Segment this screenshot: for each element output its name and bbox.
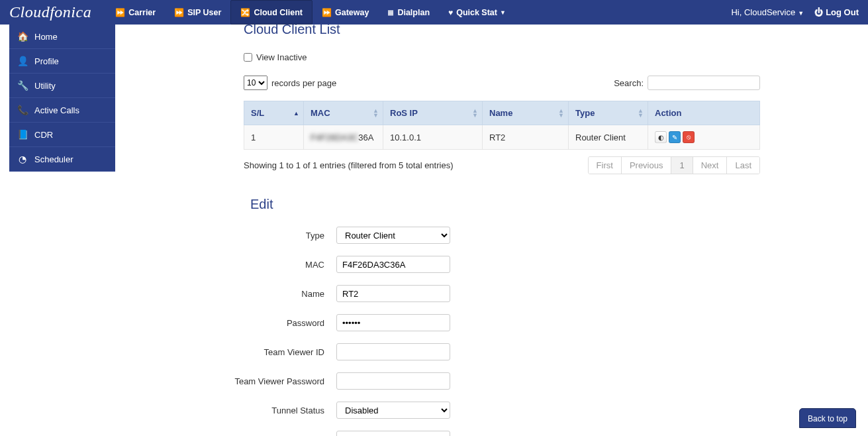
col-label: MAC <box>311 108 330 118</box>
table-header-row: S/L ▲ MAC ▲▼ RoS IP ▲▼ Name ▲▼ Type ▲▼ <box>244 101 760 125</box>
greeting-text: Hi, CloudService <box>731 7 795 17</box>
top-navbar: Cloudfonica ⏩ Carrier ⏩ SIP User 🔀 Cloud… <box>0 0 868 25</box>
mac-blurred: F4F26DA3C <box>311 133 358 142</box>
forward-icon: ⏩ <box>174 8 184 17</box>
view-inactive-checkbox[interactable]: View Inactive <box>244 52 855 62</box>
pager-previous[interactable]: Previous <box>621 157 671 174</box>
col-label: S/L <box>251 108 264 118</box>
nav-label: Gateway <box>335 8 369 17</box>
col-label: RoS IP <box>390 108 418 118</box>
row-tv-id: Team Viewer ID <box>138 343 855 360</box>
pager-next[interactable]: Next <box>693 157 727 174</box>
label-tunnel-status: Tunnel Status <box>138 406 336 415</box>
sidebar-item-scheduler[interactable]: ◔ Scheduler <box>9 147 115 172</box>
sidebar-item-cdr[interactable]: 📘 CDR <box>9 123 115 147</box>
nav-dialplan[interactable]: ≣ Dialplan <box>378 0 439 25</box>
sidebar-item-home[interactable]: 🏠 Home <box>9 25 115 49</box>
delete-button[interactable]: ⦸ <box>683 131 695 143</box>
pager-first[interactable]: First <box>589 157 621 174</box>
sidebar-item-label: Active Calls <box>34 105 79 115</box>
user-icon: 👤 <box>17 56 28 66</box>
wrench-icon: 🔧 <box>17 80 28 91</box>
shuffle-icon: 🔀 <box>240 8 250 17</box>
col-ros-ip[interactable]: RoS IP ▲▼ <box>383 101 483 125</box>
edit-title: Edit <box>250 197 855 212</box>
view-button[interactable]: ◐ <box>655 131 667 143</box>
col-label: Action <box>655 108 681 118</box>
brand-logo[interactable]: Cloudfonica <box>9 3 91 21</box>
cell-ros-ip: 10.1.0.1 <box>383 125 483 150</box>
heart-icon: ♥ <box>448 8 453 17</box>
search-label: Search: <box>614 78 644 88</box>
table-footer: Showing 1 to 1 of 1 entries (filtered fr… <box>244 156 760 174</box>
col-sl[interactable]: S/L ▲ <box>244 101 304 125</box>
row-password: Password <box>138 314 855 331</box>
tunnel-status-select[interactable]: Disabled <box>336 402 450 419</box>
sidebar-item-profile[interactable]: 👤 Profile <box>9 49 115 74</box>
sidebar-item-label: CDR <box>34 130 53 140</box>
password-input[interactable] <box>336 314 450 331</box>
search-input[interactable] <box>648 76 760 90</box>
nav-right: Hi, CloudService▼ ⏻ Log Out <box>731 7 859 17</box>
edit-form: Type Router Client MAC Name Password Tea… <box>138 227 855 436</box>
sidebar-item-label: Home <box>34 32 58 42</box>
user-menu[interactable]: Hi, CloudService▼ <box>731 7 804 17</box>
view-inactive-row: View Inactive <box>244 52 855 62</box>
nav-cloud-client[interactable]: 🔀 Cloud Client <box>230 0 313 25</box>
nav-sip-user[interactable]: ⏩ SIP User <box>165 0 230 25</box>
view-inactive-input[interactable] <box>244 53 252 62</box>
pagination: First Previous 1 Next Last <box>588 156 760 174</box>
side-nav: 🏠 Home 👤 Profile 🔧 Utility 📞 Active Call… <box>9 25 115 172</box>
sidebar-item-active-calls[interactable]: 📞 Active Calls <box>9 98 115 123</box>
cloud-client-table: S/L ▲ MAC ▲▼ RoS IP ▲▼ Name ▲▼ Type ▲▼ <box>244 101 760 150</box>
cell-sl: 1 <box>244 125 304 150</box>
main-content: Cloud Client List View Inactive 10 recor… <box>124 22 868 436</box>
pager-last[interactable]: Last <box>726 157 759 174</box>
sort-icon: ▲▼ <box>558 109 564 118</box>
list-icon: ≣ <box>387 8 394 17</box>
row-tunnel-port: Tunnel Port 53 <box>138 431 855 436</box>
col-label: Type <box>575 108 595 118</box>
col-mac[interactable]: MAC ▲▼ <box>304 101 383 125</box>
records-per-page-select[interactable]: 10 <box>244 76 267 90</box>
nav-gateway[interactable]: ⏩ Gateway <box>313 0 378 25</box>
row-type: Type Router Client <box>138 227 855 244</box>
mac-input[interactable] <box>336 256 450 273</box>
label-mac: MAC <box>138 260 336 270</box>
ban-icon: ⦸ <box>687 133 691 141</box>
edit-button[interactable]: ✎ <box>669 131 681 143</box>
home-icon: 🏠 <box>17 31 28 42</box>
pager-page-1[interactable]: 1 <box>671 157 692 174</box>
col-name[interactable]: Name ▲▼ <box>483 101 569 125</box>
label-tv-id: Team Viewer ID <box>138 347 336 357</box>
row-mac: MAC <box>138 256 855 273</box>
nav-label: SIP User <box>187 8 221 17</box>
nav-label: Quick Stat <box>456 8 497 17</box>
book-icon: 📘 <box>17 129 28 140</box>
row-actions: ◐ ✎ ⦸ <box>655 131 753 143</box>
teamviewer-id-input[interactable] <box>336 343 450 360</box>
name-input[interactable] <box>336 285 450 302</box>
records-per-page-label: records per page <box>271 78 336 88</box>
col-label: Name <box>489 108 512 118</box>
nav-carrier[interactable]: ⏩ Carrier <box>106 0 165 25</box>
nav-quick-stat[interactable]: ♥ Quick Stat ▼ <box>439 0 515 25</box>
label-type: Type <box>138 231 336 241</box>
cell-type: Router Client <box>569 125 648 150</box>
table-row: 1 F4F26DA3C36A 10.1.0.1 RT2 Router Clien… <box>244 125 760 150</box>
mac-tail: 36A <box>358 133 373 142</box>
tunnel-port-select[interactable]: 53 <box>336 431 450 436</box>
nav-label: Carrier <box>128 8 156 17</box>
logout-button[interactable]: ⏻ Log Out <box>814 7 859 17</box>
clock-icon: ◔ <box>17 154 28 164</box>
sidebar-item-utility[interactable]: 🔧 Utility <box>9 74 115 98</box>
sidebar-item-label: Scheduler <box>34 154 73 164</box>
col-type[interactable]: Type ▲▼ <box>569 101 648 125</box>
chevron-down-icon: ▼ <box>798 10 804 17</box>
forward-icon: ⏩ <box>115 8 125 17</box>
back-to-top-button[interactable]: Back to top <box>799 408 856 428</box>
label-tv-pw: Team Viewer Password <box>138 376 336 386</box>
type-select[interactable]: Router Client <box>336 227 450 244</box>
nav-label: Dialplan <box>397 8 430 17</box>
teamviewer-password-input[interactable] <box>336 372 450 390</box>
